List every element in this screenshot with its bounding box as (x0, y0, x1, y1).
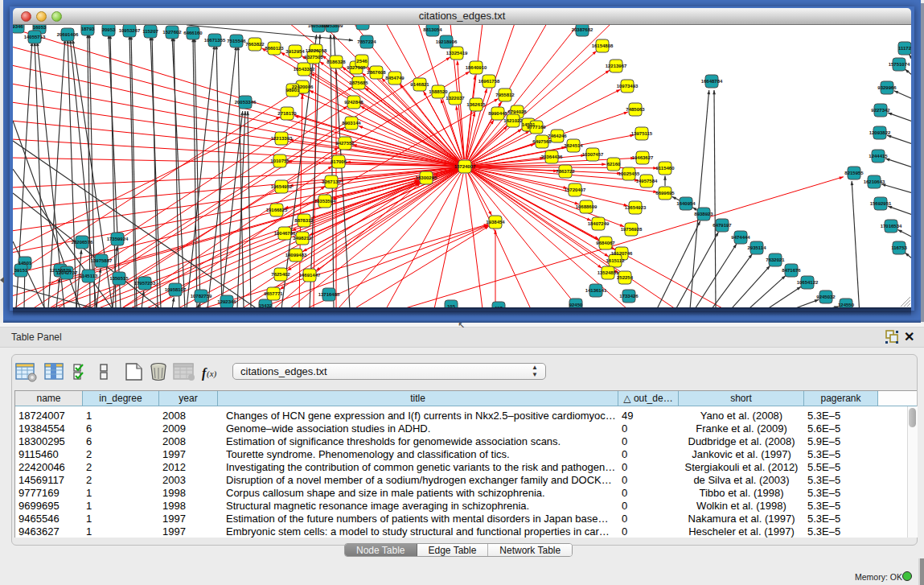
svg-text:8990448: 8990448 (488, 111, 507, 116)
svg-text:9227342: 9227342 (871, 108, 890, 113)
svg-text:20364436: 20364436 (541, 154, 563, 159)
svg-text:39151: 39151 (14, 268, 28, 273)
svg-text:20053346: 20053346 (235, 100, 257, 105)
svg-text:3267130: 3267130 (322, 179, 341, 184)
svg-text:13975115: 13975115 (631, 131, 653, 136)
svg-text:10671355: 10671355 (204, 38, 226, 43)
svg-text:17359924: 17359924 (107, 237, 129, 241)
svg-text:1350515: 1350515 (109, 276, 129, 281)
svg-text:14099483: 14099483 (285, 253, 307, 257)
svg-text:10688609: 10688609 (576, 204, 598, 209)
svg-text:8938923: 8938923 (694, 212, 713, 216)
svg-text:17016534: 17016534 (881, 224, 902, 229)
svg-text:14691447: 14691447 (299, 273, 321, 278)
svg-text:16154808: 16154808 (592, 43, 614, 48)
svg-text:19463627: 19463627 (632, 155, 654, 160)
svg-text:1621022: 1621022 (503, 118, 523, 123)
svg-text:14136141: 14136141 (585, 288, 607, 293)
svg-text:1588520: 1588520 (429, 89, 448, 94)
svg-text:10953267: 10953267 (119, 28, 141, 33)
svg-text:3875685: 3875685 (349, 80, 368, 85)
svg-text:9657771: 9657771 (264, 291, 283, 296)
svg-text:13524851: 13524851 (598, 270, 619, 275)
svg-text:13325419: 13325419 (446, 51, 468, 56)
svg-text:12213393: 12213393 (271, 136, 293, 141)
svg-text:11172: 11172 (898, 46, 911, 51)
svg-text:13975887: 13975887 (91, 258, 113, 263)
svg-text:1362615: 1362615 (466, 102, 486, 107)
svg-text:7515546: 7515546 (227, 39, 246, 43)
svg-text:9427552: 9427552 (335, 141, 355, 146)
svg-text:10053809: 10053809 (322, 25, 343, 28)
svg-text:10782759: 10782759 (191, 294, 212, 299)
svg-text:8813054: 8813054 (423, 27, 442, 32)
svg-text:7663822: 7663822 (245, 42, 265, 47)
svg-text:16210643: 16210643 (864, 179, 885, 184)
svg-text:16648784: 16648784 (701, 79, 723, 84)
svg-text:8903144: 8903144 (342, 121, 361, 126)
svg-text:1938454: 1938454 (486, 220, 505, 225)
svg-text:12093822: 12093822 (869, 130, 891, 135)
svg-text:20953: 20953 (102, 27, 116, 32)
svg-text:7625402: 7625402 (271, 272, 290, 277)
svg-text:1145113: 1145113 (80, 274, 98, 278)
svg-text:7863722: 7863722 (556, 169, 575, 174)
svg-text:7857224: 7857224 (357, 39, 376, 44)
svg-text:9242848: 9242848 (344, 100, 363, 105)
svg-text:8454749: 8454749 (385, 76, 405, 80)
svg-text:1244415: 1244415 (869, 154, 888, 159)
svg-text:1322037: 1322037 (446, 96, 465, 101)
svg-text:78572: 78572 (356, 25, 370, 26)
svg-text:10120746: 10120746 (611, 251, 633, 256)
svg-text:10973493: 10973493 (617, 84, 639, 89)
svg-text:1292346: 1292346 (217, 299, 236, 304)
svg-text:20206576: 20206576 (72, 240, 93, 245)
svg-text:7485063: 7485063 (626, 107, 645, 112)
svg-text:15751074: 15751074 (889, 62, 910, 67)
svg-text:1527602: 1527602 (162, 30, 182, 35)
svg-text:18793: 18793 (81, 27, 95, 31)
svg-text:7955812: 7955812 (495, 93, 515, 97)
svg-text:13654923: 13654923 (625, 205, 647, 210)
svg-text:8878312: 8878312 (294, 218, 314, 223)
svg-text:62160: 62160 (607, 162, 621, 167)
svg-text:2718170: 2718170 (277, 111, 297, 116)
svg-text:8471676: 8471676 (782, 268, 801, 273)
svg-text:18407249: 18407249 (588, 221, 610, 226)
svg-text:19654952: 19654952 (271, 184, 293, 189)
svg-text:2867608: 2867608 (367, 70, 386, 75)
svg-text:9327505: 9327505 (347, 65, 366, 70)
svg-text:817006: 817006 (331, 159, 347, 164)
svg-text:2935114: 2935114 (747, 245, 766, 250)
svg-text:14501: 14501 (18, 261, 32, 266)
svg-text:8215955: 8215955 (844, 171, 864, 175)
svg-text:6794028: 6794028 (507, 109, 527, 114)
svg-text:9115460: 9115460 (655, 166, 675, 171)
svg-text:8186328: 8186328 (326, 60, 346, 64)
svg-text:18300295: 18300295 (416, 175, 437, 180)
svg-text:12042737: 12042737 (56, 270, 78, 275)
svg-text:7632021: 7632021 (766, 257, 785, 262)
svg-text:16053: 16053 (33, 25, 47, 30)
svg-text:10307457: 10307457 (582, 152, 604, 157)
svg-text:2546: 2546 (356, 59, 368, 64)
svg-text:8660123: 8660123 (265, 46, 284, 51)
svg-text:14055713: 14055713 (24, 35, 46, 39)
svg-text:3498212: 3498212 (293, 236, 312, 241)
svg-text:115207: 115207 (142, 29, 158, 34)
svg-text:10958107: 10958107 (165, 287, 187, 292)
svg-text:116753: 116753 (891, 245, 907, 250)
svg-text:6479197: 6479197 (713, 223, 732, 228)
svg-text:12213967: 12213967 (606, 64, 627, 68)
svg-text:1615112: 1615112 (606, 258, 625, 263)
svg-text:1733426: 1733426 (619, 294, 639, 299)
svg-text:14957584: 14957584 (636, 179, 658, 183)
svg-text:3624514: 3624514 (564, 143, 583, 148)
svg-text:13226058: 13226058 (306, 48, 327, 53)
svg-text:15692951: 15692951 (870, 201, 892, 206)
svg-text:9327503: 9327503 (304, 55, 323, 60)
svg-text:13353594: 13353594 (314, 199, 336, 204)
svg-text:6699695: 6699695 (655, 191, 675, 196)
svg-text:9146821: 9146821 (410, 82, 429, 87)
svg-text:98901: 98901 (286, 88, 300, 93)
